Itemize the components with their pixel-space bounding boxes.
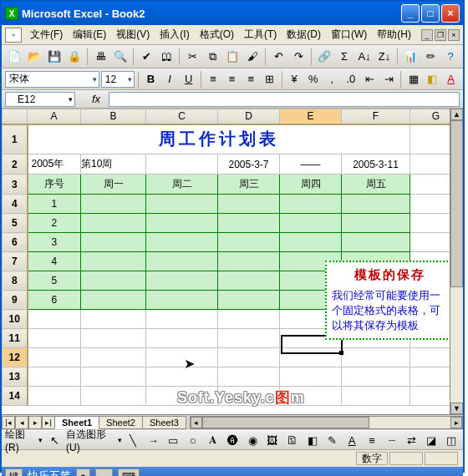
ime-punct-icon[interactable]: 。 (95, 468, 113, 476)
scroll-up-icon[interactable]: ▲ (450, 109, 463, 120)
align-right-icon[interactable]: ≡ (242, 70, 260, 89)
hdr-wed[interactable]: 周三 (218, 175, 280, 195)
preview-icon[interactable]: 🔍 (111, 48, 130, 66)
bold-button[interactable]: B (142, 70, 160, 89)
cell[interactable] (146, 154, 218, 175)
ime-switch-icon[interactable]: 键 (5, 468, 23, 476)
merge-center-icon[interactable]: ⊞ (261, 70, 278, 89)
line-icon[interactable]: ╲ (125, 431, 142, 449)
horizontal-scrollbar[interactable]: ◂ ▸ (190, 416, 463, 429)
percent-icon[interactable]: % (305, 70, 323, 89)
menu-tools[interactable]: 工具(T) (239, 26, 282, 43)
ime-softkb-icon[interactable]: ⌨ (118, 468, 140, 476)
textbox-icon[interactable]: 𝐀 (205, 431, 221, 449)
comma-icon[interactable]: , (323, 70, 341, 89)
diagram-icon[interactable]: ◉ (244, 431, 261, 449)
menu-view[interactable]: 视图(V) (111, 26, 155, 43)
sheet-tab-3[interactable]: Sheet3 (142, 416, 186, 429)
permission-icon[interactable]: 🔒 (65, 48, 84, 66)
font-name-combo[interactable]: 宋体 (5, 71, 99, 88)
col-C[interactable]: C (146, 109, 218, 124)
select-objects-icon[interactable]: ↖ (46, 431, 63, 449)
close-button[interactable]: × (441, 4, 460, 23)
rowhdr-3[interactable]: 3 (3, 175, 28, 195)
menu-file[interactable]: 文件(F) (25, 26, 68, 43)
ime-bar[interactable]: 键 快乐五笔 ● 。 ⌨ (2, 467, 463, 476)
callout-box[interactable]: 模板的保存 我们经常可能要使用一个固定格式的表格，可以将其保存为模板 (325, 261, 455, 340)
sort-asc-icon[interactable]: A↓ (355, 48, 374, 66)
vertical-scrollbar[interactable]: ▲ ▼ (450, 109, 463, 414)
hdr-thu[interactable]: 周四 (280, 175, 342, 195)
cut-icon[interactable]: ✂ (183, 48, 201, 66)
autosum-icon[interactable]: Σ (335, 48, 354, 66)
col-B[interactable]: B (81, 109, 146, 124)
sort-desc-icon[interactable]: Z↓ (375, 48, 394, 66)
menu-help[interactable]: 帮助(H) (372, 26, 416, 43)
fontcolor2-icon[interactable]: A (343, 431, 360, 449)
linecolor-icon[interactable]: ✎ (323, 431, 340, 449)
italic-button[interactable]: I (161, 70, 179, 89)
hyperlink-icon[interactable]: 🔗 (315, 48, 333, 66)
hdr-no[interactable]: 序号 (28, 175, 81, 195)
dashstyle-icon[interactable]: ┈ (384, 431, 400, 449)
doc-restore-button[interactable]: ❐ (435, 29, 446, 41)
print-icon[interactable]: 🖶 (91, 48, 109, 66)
menu-window[interactable]: 窗口(W) (326, 26, 372, 43)
increase-indent-icon[interactable]: ⇥ (380, 70, 398, 89)
cell-week[interactable]: 第10周 (81, 154, 146, 175)
font-color-icon[interactable]: A (442, 70, 460, 89)
doc-close-button[interactable]: × (448, 29, 460, 41)
hdr-mon[interactable]: 周一 (81, 175, 146, 195)
save-icon[interactable]: 💾 (45, 48, 64, 66)
autoshapes-menu[interactable]: 自选图形(U) (66, 428, 114, 453)
spellcheck-icon[interactable]: ✔ (137, 48, 155, 66)
menu-data[interactable]: 数据(D) (282, 26, 326, 43)
ime-shape-icon[interactable]: ● (76, 468, 90, 476)
rowhdr-1[interactable]: 1 (3, 124, 28, 154)
col-D[interactable]: D (218, 109, 280, 124)
linestyle-icon[interactable]: ≡ (364, 431, 380, 449)
align-left-icon[interactable]: ≡ (205, 70, 222, 89)
drawing-toggle-icon[interactable]: ✏ (421, 48, 440, 66)
fx-label[interactable]: fx (92, 93, 100, 105)
arrow-icon[interactable]: → (145, 431, 161, 449)
scroll-left-icon[interactable]: ◂ (191, 417, 202, 428)
select-all-corner[interactable] (3, 109, 28, 124)
control-icon[interactable]: ▫ (5, 28, 22, 43)
font-size-combo[interactable]: 12 (101, 71, 135, 88)
shadow-icon[interactable]: ◪ (423, 431, 440, 449)
fillcolor2-icon[interactable]: ◧ (304, 431, 321, 449)
menu-insert[interactable]: 插入(I) (155, 26, 194, 43)
research-icon[interactable]: 🕮 (157, 48, 176, 66)
clipart-icon[interactable]: 🖼 (264, 431, 281, 449)
undo-icon[interactable]: ↶ (269, 48, 287, 66)
maximize-button[interactable]: □ (421, 4, 440, 23)
new-icon[interactable]: 📄 (5, 48, 23, 66)
scroll-right-icon[interactable]: ▸ (450, 417, 462, 428)
formatpainter-icon[interactable]: 🖌 (243, 48, 262, 66)
tab-last-icon[interactable]: ▸| (42, 416, 55, 429)
open-icon[interactable]: 📂 (25, 48, 43, 66)
cell-year[interactable]: 2005年 (28, 154, 81, 175)
scroll-down-icon[interactable]: ▼ (450, 403, 463, 414)
col-A[interactable]: A (28, 109, 81, 124)
hdr-fri[interactable]: 周五 (342, 175, 410, 195)
underline-button[interactable]: U (180, 70, 197, 89)
decrease-indent-icon[interactable]: ⇤ (361, 70, 379, 89)
scroll-thumb[interactable] (450, 120, 463, 287)
cell-dash[interactable]: —— (280, 154, 342, 175)
redo-icon[interactable]: ↷ (289, 48, 308, 66)
col-E[interactable]: E (280, 109, 342, 124)
currency-icon[interactable]: ¥ (286, 70, 303, 89)
fill-color-icon[interactable]: ◧ (424, 70, 441, 89)
picture-icon[interactable]: 🖻 (284, 431, 301, 449)
worksheet-grid[interactable]: A B C D E F G 1 周工作计划表 2 2005年 第10周 2005… (2, 109, 463, 414)
paste-icon[interactable]: 📋 (223, 48, 242, 66)
arrowstyle-icon[interactable]: ⇄ (404, 431, 420, 449)
col-F[interactable]: F (342, 109, 410, 124)
cell-date2[interactable]: 2005-3-11 (342, 154, 410, 175)
rectangle-icon[interactable]: ▭ (165, 431, 181, 449)
formula-input[interactable] (109, 92, 460, 107)
3d-icon[interactable]: ◫ (443, 431, 460, 449)
plan-title-cell[interactable]: 周工作计划表 (28, 124, 410, 154)
